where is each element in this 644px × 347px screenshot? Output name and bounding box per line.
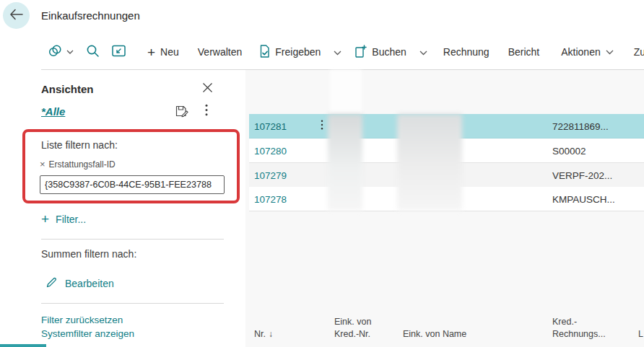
chevron-down-icon (334, 46, 341, 58)
reset-filters-link[interactable]: Filter zurücksetzen (41, 315, 123, 325)
sidebar-divider (41, 239, 224, 240)
list-filter-label: Liste filtern nach: (41, 139, 118, 151)
bottom-teal-strip (0, 344, 46, 347)
chevron-down-icon (419, 46, 427, 58)
totals-filter-label: Summen filtern nach: (41, 248, 136, 260)
close-icon (202, 83, 213, 95)
release-button-label: Freigeben (275, 46, 321, 58)
plus-icon: + (41, 212, 49, 226)
filter-field-name: Erstattungsfall-ID (49, 159, 116, 170)
redacted-cell (397, 114, 462, 211)
views-pane-title: Ansichten (41, 83, 94, 95)
chevron-down-icon (606, 50, 614, 55)
app-header: Einkaufsrechnungen (0, 0, 644, 35)
column-header-nr-label: Nr. (254, 329, 266, 339)
focus-mode-icon (112, 45, 126, 59)
column-header-nr[interactable]: Nr.↓ (254, 328, 273, 341)
column-header-vendor-name[interactable]: Eink. von Name (403, 328, 466, 341)
chevron-down-icon (66, 50, 74, 54)
sidebar-divider (41, 303, 224, 304)
save-view-button[interactable] (175, 105, 189, 120)
vendor-invoice-no-cell: VERPF-202... (552, 170, 612, 180)
new-button[interactable]: + Neu (147, 45, 179, 59)
post-button-label: Buchen (372, 46, 406, 58)
business-central-app: Einkaufsrechnungen + Neu Verwalten (0, 0, 644, 347)
search-button[interactable] (86, 44, 100, 60)
invoice-number-link[interactable]: 107281 (254, 120, 287, 131)
add-filter-label: Filter... (56, 214, 86, 225)
save-view-icon (175, 107, 189, 120)
filter-value-input[interactable] (40, 175, 225, 194)
invoice-number-link[interactable]: 107279 (254, 170, 287, 180)
close-pane-button[interactable] (202, 82, 213, 96)
report-menu-button[interactable]: Bericht (508, 46, 540, 58)
edit-label: Bearbeiten (65, 278, 114, 289)
vendor-invoice-no-cell: 722811869... (552, 120, 609, 131)
ellipsis-vertical-icon (205, 106, 208, 118)
sort-descending-icon: ↓ (269, 329, 273, 339)
invoice-number-link[interactable]: 107280 (254, 145, 287, 156)
actions-menu-label: Aktionen (561, 46, 600, 58)
actions-menu-button[interactable]: Aktionen (561, 46, 613, 58)
column-header-vendor-invoice-no[interactable]: Kred.- Rechnungs... (552, 316, 606, 341)
vendor-invoice-no-cell: KMPAUSCH... (552, 193, 615, 204)
invoice-list: Nr.↓ Eink. von Kred.-Nr. Eink. von Name … (245, 70, 644, 347)
manage-button[interactable]: Verwalten (198, 46, 242, 58)
page-title: Einkaufsrechnungen (41, 9, 140, 22)
vendor-invoice-no-cell: S00002 (552, 145, 586, 156)
document-check-icon (259, 45, 270, 60)
row-options-button[interactable] (321, 120, 323, 133)
view-all-link[interactable]: *Alle (41, 105, 65, 118)
arrow-left-icon (9, 9, 23, 23)
related-menu-button[interactable]: Zug (634, 46, 644, 58)
pencil-icon (45, 276, 58, 290)
column-header-vendor-no[interactable]: Eink. von Kred.-Nr. (334, 316, 371, 341)
focus-mode-button[interactable] (112, 45, 126, 59)
redacted-column-header (330, 70, 362, 114)
invoice-number-link[interactable]: 107278 (254, 193, 287, 204)
post-button[interactable]: Buchen (354, 45, 406, 60)
redacted-cell (328, 114, 362, 211)
views-switcher-button[interactable] (48, 45, 74, 60)
show-system-filters-link[interactable]: Systemfilter anzeigen (41, 328, 134, 339)
column-header-truncated[interactable]: L (638, 328, 643, 341)
view-switcher-icon (48, 45, 64, 60)
edit-totals-filter-button[interactable]: Bearbeiten (45, 276, 114, 290)
view-options-button[interactable] (205, 104, 208, 119)
invoice-menu-button[interactable]: Rechnung (443, 46, 489, 58)
release-dropdown-button[interactable] (334, 46, 341, 58)
new-button-label: Neu (160, 46, 179, 58)
back-button[interactable] (3, 2, 30, 29)
add-filter-button[interactable]: + Filter... (41, 212, 86, 226)
search-icon (86, 44, 100, 60)
remove-filter-icon[interactable]: × (40, 159, 45, 170)
filter-field-tag: × Erstattungsfall-ID (40, 159, 116, 170)
release-button[interactable]: Freigeben (259, 45, 321, 60)
plus-icon: + (147, 45, 155, 59)
command-bar: + Neu Verwalten Freigeben Buchen (0, 35, 644, 69)
post-dropdown-button[interactable] (419, 46, 427, 58)
post-document-icon (354, 45, 367, 60)
filter-pane: Ansichten *Alle Liste filtern nach: × Er… (0, 70, 245, 347)
